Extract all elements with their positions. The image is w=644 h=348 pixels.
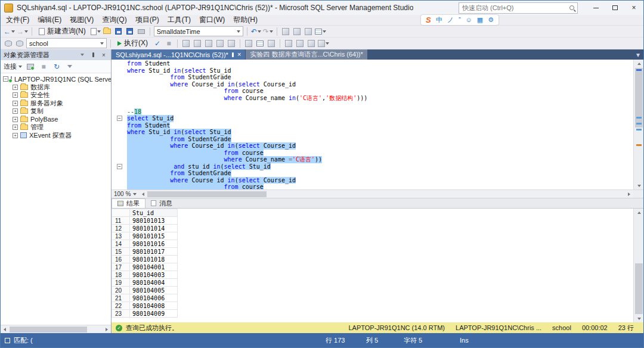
scroll-right-icon[interactable] xyxy=(103,325,111,334)
table-row[interactable]: 21980104006 xyxy=(112,294,178,302)
value-cell[interactable]: 980104008 xyxy=(130,302,178,310)
row-number-cell[interactable]: 14 xyxy=(112,240,130,248)
comment-icon[interactable] xyxy=(284,38,293,49)
tree-node[interactable]: +PolyBase xyxy=(1,116,111,124)
expand-icon[interactable]: + xyxy=(13,133,18,138)
tab-close-icon[interactable]: × xyxy=(237,51,241,58)
table-row[interactable]: 18980104003 xyxy=(112,271,178,279)
menu-item[interactable]: 工具(T) xyxy=(163,14,195,26)
punctuation-mode-icon[interactable]: ” xyxy=(459,17,461,23)
row-number-cell[interactable]: 16 xyxy=(112,256,130,263)
tab-messages[interactable]: 消息 xyxy=(145,198,178,208)
stop-icon[interactable]: ■ xyxy=(39,61,48,72)
database-combo[interactable]: school xyxy=(26,38,107,48)
virtual-keyboard-icon[interactable]: ▦ xyxy=(477,17,483,23)
menu-item[interactable]: 查询(Q) xyxy=(98,14,131,26)
editor-vscrollbar[interactable] xyxy=(633,60,643,189)
scroll-right-icon[interactable] xyxy=(625,190,633,198)
include-client-stats-icon[interactable] xyxy=(215,38,225,49)
estimated-plan-icon[interactable] xyxy=(181,38,191,49)
code-line[interactable]: from Student xyxy=(112,122,633,129)
value-cell[interactable]: 980101013 xyxy=(130,217,178,225)
row-number-cell[interactable]: 22 xyxy=(112,302,130,310)
tree-node-server[interactable]: −LAPTOP-JR91Q1NC (SQL Server 14.0. xyxy=(1,75,111,83)
code-line[interactable]: where Course_id in(select Course_id xyxy=(112,142,633,150)
quick-launch-box[interactable] xyxy=(459,2,578,14)
increase-indent-icon[interactable] xyxy=(318,38,329,49)
code-editor[interactable]: from Studentwhere Stu_id in(select Stu_i… xyxy=(112,60,633,189)
code-line[interactable]: from course xyxy=(112,150,633,157)
registered-servers-icon[interactable] xyxy=(281,26,290,37)
value-cell[interactable]: 980104006 xyxy=(130,294,178,302)
menu-item[interactable]: 窗口(W) xyxy=(195,14,229,26)
code-line[interactable]: from course xyxy=(112,184,633,189)
properties-window-icon[interactable] xyxy=(315,26,326,37)
connect-dropdown[interactable]: 连接 xyxy=(4,62,22,71)
zoom-selector[interactable]: 100 % xyxy=(112,190,139,198)
table-row[interactable]: 15980101017 xyxy=(112,248,178,256)
pin-icon[interactable] xyxy=(89,51,97,59)
wrench-icon[interactable] xyxy=(304,26,313,37)
results-to-grid-icon[interactable] xyxy=(255,38,265,49)
tree-node[interactable]: +复制 xyxy=(1,107,111,116)
scroll-up-icon[interactable] xyxy=(634,209,643,216)
code-line[interactable]: −select Stu_id xyxy=(112,115,633,122)
redo-icon[interactable]: ↷ xyxy=(263,26,273,37)
scroll-down-icon[interactable] xyxy=(634,182,643,189)
row-number-cell[interactable]: 17 xyxy=(112,263,130,271)
disconnect-icon[interactable] xyxy=(26,61,35,72)
value-cell[interactable]: 980104001 xyxy=(130,263,178,271)
row-number-cell[interactable]: 18 xyxy=(112,271,130,279)
menu-item[interactable]: 项目(P) xyxy=(131,14,163,26)
row-number-cell[interactable]: 23 xyxy=(112,310,130,318)
code-line[interactable] xyxy=(112,101,633,108)
code-line[interactable]: where Course_name ='C语言')) xyxy=(112,156,633,163)
open-file-icon[interactable] xyxy=(103,26,112,37)
results-vscrollbar[interactable] xyxy=(633,209,643,322)
code-line[interactable]: from StudentGrade xyxy=(112,170,633,177)
code-line[interactable]: − and stu_id in(select Stu_id xyxy=(112,163,633,170)
scrollbar-thumb[interactable] xyxy=(147,191,267,197)
nav-forward-icon[interactable]: → xyxy=(17,26,28,37)
cancel-query-icon[interactable]: ■ xyxy=(164,38,174,49)
expand-icon[interactable]: + xyxy=(13,108,18,114)
code-line[interactable]: from StudentGrade xyxy=(112,74,633,81)
expand-icon[interactable]: + xyxy=(13,125,18,130)
tab-document[interactable]: 实验四 数据库查询语言...C\Chris (64))* xyxy=(246,49,367,60)
menu-item[interactable]: 帮助(H) xyxy=(229,14,262,26)
undo-icon[interactable]: ↶ xyxy=(251,26,261,37)
tab-list-dropdown-icon[interactable]: ▾ xyxy=(636,51,640,59)
table-row[interactable]: 12980101014 xyxy=(112,225,178,232)
code-line[interactable]: where Course_id in(select Course_id xyxy=(112,177,633,184)
tab-results[interactable]: 结果 xyxy=(112,198,145,208)
table-row[interactable]: 23980104009 xyxy=(112,310,178,318)
tree-node[interactable]: +服务器对象 xyxy=(1,100,111,108)
table-row[interactable]: 16980101018 xyxy=(112,256,178,263)
new-file-icon[interactable] xyxy=(91,26,101,37)
row-number-cell[interactable]: 12 xyxy=(112,225,130,232)
datatype-combo[interactable]: SmalldateTime xyxy=(154,26,243,36)
code-line[interactable]: --18 xyxy=(112,108,633,116)
new-query-button[interactable]: 新建查询(N) xyxy=(36,26,89,37)
parse-icon[interactable]: ✓ xyxy=(153,38,162,49)
live-query-stats-icon[interactable] xyxy=(193,38,202,49)
execute-button[interactable]: 执行(X) xyxy=(114,38,151,49)
lang-mode-chinese-icon[interactable]: 中 xyxy=(436,17,442,23)
value-cell[interactable]: 980104005 xyxy=(130,287,178,294)
refresh-icon[interactable]: ↻ xyxy=(52,61,61,72)
save-icon[interactable] xyxy=(114,26,123,37)
table-row[interactable]: 19980104004 xyxy=(112,279,178,287)
change-connection-icon[interactable] xyxy=(15,38,24,49)
row-number-cell[interactable]: 21 xyxy=(112,294,130,302)
save-all-icon[interactable] xyxy=(125,26,135,37)
panel-menu-icon[interactable] xyxy=(78,51,86,59)
scroll-up-icon[interactable] xyxy=(634,60,643,67)
results-to-text-icon[interactable] xyxy=(244,38,253,49)
code-line[interactable]: where Course_name in('C语言','数据结构'))) xyxy=(112,95,633,102)
print-icon[interactable] xyxy=(137,26,146,37)
tree-node[interactable]: +XEvent 探查器 xyxy=(1,132,111,140)
code-line[interactable]: from course xyxy=(112,88,633,95)
decrease-indent-icon[interactable] xyxy=(306,38,316,49)
table-row[interactable]: 11980101013 xyxy=(112,217,178,225)
scrollbar-thumb[interactable] xyxy=(635,68,643,128)
